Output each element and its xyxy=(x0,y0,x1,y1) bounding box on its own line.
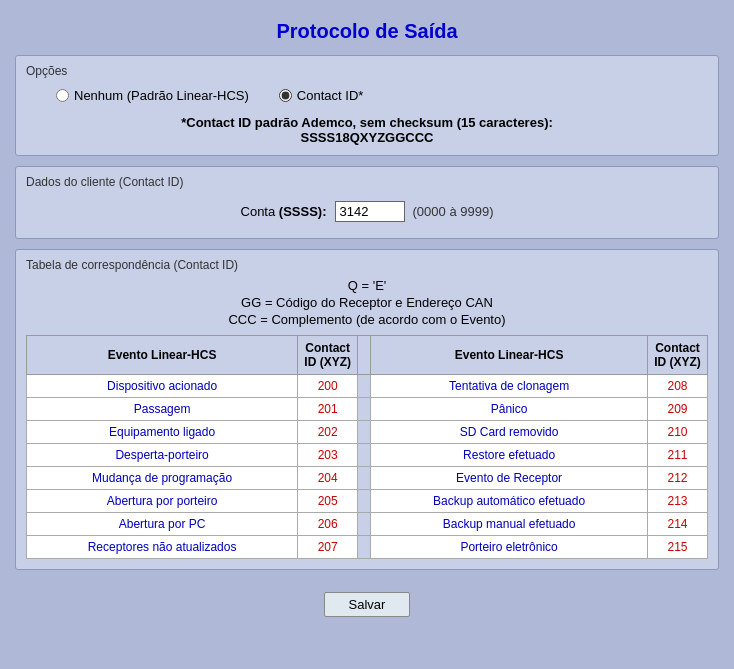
client-legend: Dados do cliente (Contact ID) xyxy=(26,175,708,189)
cid-right-1: 209 xyxy=(648,398,708,421)
sep-0 xyxy=(358,375,371,398)
event-left-7: Receptores não atualizados xyxy=(27,536,298,559)
event-right-1: Pânico xyxy=(371,398,648,421)
radio-contactid-text: Contact ID* xyxy=(297,88,363,103)
table-row: Passagem 201 Pânico 209 xyxy=(27,398,708,421)
table-row: Receptores não atualizados 207 Porteiro … xyxy=(27,536,708,559)
sep-4 xyxy=(358,467,371,490)
table-legend: Tabela de correspondência (Contact ID) xyxy=(26,258,708,272)
radio-none[interactable] xyxy=(56,89,69,102)
cid-right-0: 208 xyxy=(648,375,708,398)
table-note1: Q = 'E' xyxy=(26,278,708,293)
table-row: Abertura por PC 206 Backup manual efetua… xyxy=(27,513,708,536)
save-bar: Salvar xyxy=(15,580,719,629)
event-left-1: Passagem xyxy=(27,398,298,421)
table-header-row: Evento Linear-HCS Contact ID (XYZ) Event… xyxy=(27,336,708,375)
conta-label: Conta (SSSS): xyxy=(241,204,327,219)
cid-left-6: 206 xyxy=(298,513,358,536)
event-right-6: Backup manual efetuado xyxy=(371,513,648,536)
table-body: Dispositivo acionado 200 Tentativa de cl… xyxy=(27,375,708,559)
table-note3: CCC = Complemento (de acordo com o Event… xyxy=(26,312,708,327)
options-legend: Opções xyxy=(26,64,708,78)
radio-none-text: Nenhum (Padrão Linear-HCS) xyxy=(74,88,249,103)
table-row: Abertura por porteiro 205 Backup automát… xyxy=(27,490,708,513)
cid-left-4: 204 xyxy=(298,467,358,490)
note-line1: *Contact ID padrão Ademco, sem checksum … xyxy=(26,115,708,130)
event-left-0: Dispositivo acionado xyxy=(27,375,298,398)
event-right-0: Tentativa de clonagem xyxy=(371,375,648,398)
cid-right-5: 213 xyxy=(648,490,708,513)
cid-right-3: 211 xyxy=(648,444,708,467)
cid-left-0: 200 xyxy=(298,375,358,398)
table-row: Mudança de programação 204 Evento de Rec… xyxy=(27,467,708,490)
conta-row: Conta (SSSS): (0000 à 9999) xyxy=(26,195,708,228)
sep-5 xyxy=(358,490,371,513)
table-notes: Q = 'E' GG = Código do Receptor e Endere… xyxy=(26,278,708,327)
radio-contactid-label[interactable]: Contact ID* xyxy=(279,88,363,103)
event-right-7: Porteiro eletrônico xyxy=(371,536,648,559)
cid-right-4: 212 xyxy=(648,467,708,490)
event-left-2: Equipamento ligado xyxy=(27,421,298,444)
contact-id-note: *Contact ID padrão Ademco, sem checksum … xyxy=(26,115,708,145)
table-note2: GG = Código do Receptor e Endereço CAN xyxy=(26,295,708,310)
event-right-4: Evento de Receptor xyxy=(371,467,648,490)
table-row: Dispositivo acionado 200 Tentativa de cl… xyxy=(27,375,708,398)
page-container: Protocolo de Saída Opções Nenhum (Padrão… xyxy=(0,0,734,649)
correspondence-table: Evento Linear-HCS Contact ID (XYZ) Event… xyxy=(26,335,708,559)
page-title: Protocolo de Saída xyxy=(15,10,719,55)
sep-3 xyxy=(358,444,371,467)
conta-bold: (SSSS): xyxy=(279,204,327,219)
sep-7 xyxy=(358,536,371,559)
cid-right-6: 214 xyxy=(648,513,708,536)
event-right-2: SD Card removido xyxy=(371,421,648,444)
sep-6 xyxy=(358,513,371,536)
save-button[interactable]: Salvar xyxy=(324,592,411,617)
event-left-4: Mudança de programação xyxy=(27,467,298,490)
cid-left-7: 207 xyxy=(298,536,358,559)
cid-left-5: 205 xyxy=(298,490,358,513)
col-sep xyxy=(358,336,371,375)
cid-right-7: 215 xyxy=(648,536,708,559)
radio-none-label[interactable]: Nenhum (Padrão Linear-HCS) xyxy=(56,88,249,103)
table-section: Tabela de correspondência (Contact ID) Q… xyxy=(15,249,719,570)
conta-hint: (0000 à 9999) xyxy=(413,204,494,219)
col2-cid-header: Contact ID (XYZ) xyxy=(648,336,708,375)
conta-input[interactable] xyxy=(335,201,405,222)
event-right-3: Restore efetuado xyxy=(371,444,648,467)
event-left-6: Abertura por PC xyxy=(27,513,298,536)
note-line2: SSSS18QXYZGGCCC xyxy=(26,130,708,145)
cid-left-1: 201 xyxy=(298,398,358,421)
cid-left-2: 202 xyxy=(298,421,358,444)
sep-1 xyxy=(358,398,371,421)
options-row: Nenhum (Padrão Linear-HCS) Contact ID* xyxy=(26,84,708,107)
table-row: Equipamento ligado 202 SD Card removido … xyxy=(27,421,708,444)
sep-2 xyxy=(358,421,371,444)
event-left-5: Abertura por porteiro xyxy=(27,490,298,513)
radio-contactid[interactable] xyxy=(279,89,292,102)
event-right-5: Backup automático efetuado xyxy=(371,490,648,513)
col2-event-header: Evento Linear-HCS xyxy=(371,336,648,375)
col1-event-header: Evento Linear-HCS xyxy=(27,336,298,375)
col1-cid-header: Contact ID (XYZ) xyxy=(298,336,358,375)
options-section: Opções Nenhum (Padrão Linear-HCS) Contac… xyxy=(15,55,719,156)
event-left-3: Desperta-porteiro xyxy=(27,444,298,467)
client-section: Dados do cliente (Contact ID) Conta (SSS… xyxy=(15,166,719,239)
cid-right-2: 210 xyxy=(648,421,708,444)
cid-left-3: 203 xyxy=(298,444,358,467)
table-row: Desperta-porteiro 203 Restore efetuado 2… xyxy=(27,444,708,467)
